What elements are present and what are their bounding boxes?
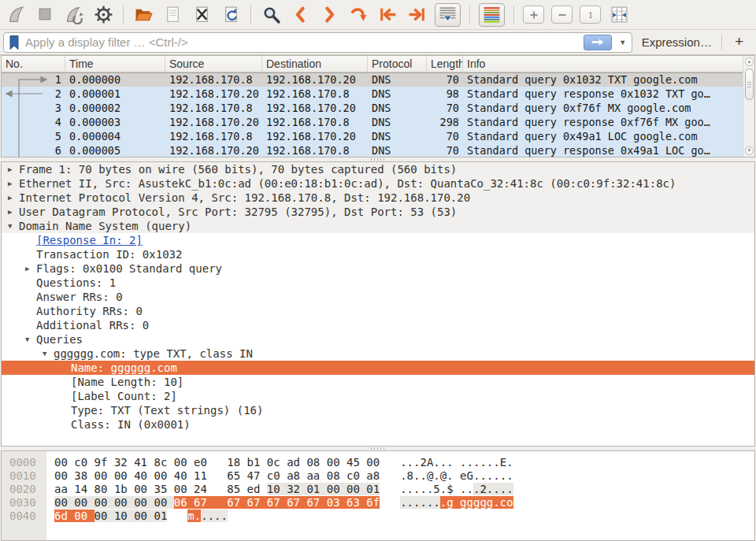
detail-row[interactable]: Class: IN (0x0001) xyxy=(2,417,754,432)
display-filter-input[interactable]: Apply a display filter … <Ctrl-/> ▼ xyxy=(3,32,632,53)
collapse-arrow-icon[interactable]: ▼ xyxy=(43,350,54,358)
splitter-grip-icon xyxy=(371,158,385,161)
expand-arrow-icon[interactable]: ▶ xyxy=(8,180,19,187)
packet-cell-destination: 192.168.170.8 xyxy=(262,144,368,157)
detail-row-text: User Datagram Protocol, Src Port: 32795 … xyxy=(19,206,457,218)
expand-arrow-icon[interactable]: ▶ xyxy=(8,165,19,173)
collapse-arrow-icon[interactable]: ▼ xyxy=(25,335,36,343)
detail-row[interactable]: Answer RRs: 0 xyxy=(2,290,754,304)
scroll-up-icon[interactable]: ▲ xyxy=(745,57,754,66)
filter-bookmark-icon[interactable] xyxy=(8,35,20,50)
packet-row-1[interactable]: 10.000000192.168.170.8192.168.170.20DNS7… xyxy=(2,72,754,87)
packet-cell-time: 0.000003 xyxy=(65,116,165,128)
expand-arrow-icon[interactable]: ▶ xyxy=(25,265,36,272)
goto-packet-button[interactable] xyxy=(347,4,369,26)
file-reload-button[interactable] xyxy=(220,4,242,26)
scroll-down-icon[interactable]: ▼ xyxy=(745,146,754,155)
expression-button[interactable]: Expression… xyxy=(639,35,715,49)
detail-row[interactable]: Name: gggggg.com xyxy=(2,361,754,375)
detail-row[interactable]: ▶Frame 1: 70 bytes on wire (560 bits), 7… xyxy=(2,162,754,176)
packet-cell-source: 192.168.170.20 xyxy=(165,144,262,157)
zoom-100-button[interactable]: 1 xyxy=(580,6,601,24)
packet-cell-time: 0.000004 xyxy=(65,130,165,143)
zoom-in-button[interactable] xyxy=(523,6,544,24)
packet-row-5[interactable]: 50.000004192.168.170.8192.168.170.20DNS7… xyxy=(2,129,754,143)
detail-row[interactable]: ▶Flags: 0x0100 Standard query xyxy=(2,261,754,276)
file-open-icon xyxy=(134,5,154,24)
capture-start-button[interactable] xyxy=(5,4,27,26)
detail-row[interactable]: ▼gggggg.com: type TXT, class IN xyxy=(2,346,754,361)
right-arrow-icon xyxy=(589,37,606,47)
packet-row-2[interactable]: 20.000001192.168.170.20192.168.170.8DNS9… xyxy=(2,87,754,101)
detail-row[interactable]: ▼Domain Name System (query) xyxy=(2,219,754,233)
find-packet-button[interactable] xyxy=(260,4,282,26)
detail-row[interactable]: ▶Ethernet II, Src: AsustekC_b1:0c:ad (00… xyxy=(2,176,754,191)
hex-row[interactable]: 000000 c0 9f 32 41 8c 00 e0 18 b1 0c ad … xyxy=(2,455,754,469)
packet-list-scrollbar[interactable]: ▲ ▼ xyxy=(743,56,754,157)
capture-start-icon xyxy=(6,5,26,24)
detail-row[interactable]: [Response In: 2] xyxy=(2,233,754,247)
first-packet-button[interactable] xyxy=(376,4,398,26)
auto-scroll-button[interactable] xyxy=(435,3,461,27)
packet-cell-no: 2 xyxy=(2,87,65,100)
packet-cell-source: 192.168.170.8 xyxy=(165,130,262,143)
file-close-button[interactable] xyxy=(191,4,213,26)
expand-arrow-icon[interactable]: ▶ xyxy=(8,194,19,202)
hex-row[interactable]: 003000 00 00 00 00 00 06 67 67 67 67 67 … xyxy=(2,495,754,509)
detail-row[interactable]: Transaction ID: 0x1032 xyxy=(2,247,754,261)
previous-packet-button[interactable] xyxy=(289,4,311,26)
detail-row[interactable]: Authority RRs: 0 xyxy=(2,304,754,318)
apply-filter-button[interactable] xyxy=(584,35,612,50)
next-packet-button[interactable] xyxy=(318,4,340,26)
hex-row[interactable]: 00406d 00 00 10 00 01m..... xyxy=(2,509,754,522)
expand-arrow-icon[interactable]: ▶ xyxy=(8,208,19,216)
scrollbar-thumb[interactable] xyxy=(745,69,754,100)
column-header-time[interactable]: Time xyxy=(65,56,165,72)
detail-row-text: Questions: 1 xyxy=(36,276,116,289)
packet-cell-protocol: DNS xyxy=(368,87,427,100)
zoom-out-button[interactable] xyxy=(551,6,573,24)
detail-row[interactable]: Additional RRs: 0 xyxy=(2,318,754,332)
packet-row-4[interactable]: 40.000003192.168.170.20192.168.170.8DNS2… xyxy=(2,115,754,129)
column-header-length[interactable]: Length xyxy=(427,56,463,72)
colorize-button[interactable] xyxy=(479,3,505,27)
toolbar-separator xyxy=(513,6,514,24)
detail-row[interactable]: [Label Count: 2] xyxy=(2,389,754,403)
filterbar-separator xyxy=(721,35,722,50)
hex-row[interactable]: 0020aa 14 80 1b 00 35 00 24 85 ed 10 32 … xyxy=(2,482,754,495)
capture-stop-icon xyxy=(35,5,55,24)
column-header-info[interactable]: Info xyxy=(463,56,754,72)
packet-cell-protocol: DNS xyxy=(368,116,427,128)
add-filter-button[interactable]: + xyxy=(728,33,750,52)
packet-cell-length: 98 xyxy=(427,87,463,100)
packet-cell-time: 0.000002 xyxy=(65,102,165,114)
column-header-destination[interactable]: Destination xyxy=(262,56,368,72)
capture-stop-button[interactable] xyxy=(34,4,56,26)
detail-row[interactable]: Questions: 1 xyxy=(2,276,754,290)
packet-cell-protocol: DNS xyxy=(368,73,427,86)
file-open-button[interactable] xyxy=(132,4,154,26)
packet-row-6[interactable]: 60.000005192.168.170.20192.168.170.8DNS7… xyxy=(2,143,754,157)
capture-restart-button[interactable] xyxy=(63,4,85,26)
detail-row[interactable]: ▼Queries xyxy=(2,332,754,346)
detail-row-text: Name: gggggg.com xyxy=(71,361,177,374)
detail-row[interactable]: Type: TXT (Text strings) (16) xyxy=(2,403,754,417)
filter-dropdown-button[interactable]: ▼ xyxy=(617,35,629,50)
packet-row-3[interactable]: 30.000002192.168.170.8192.168.170.20DNS7… xyxy=(2,101,754,115)
resize-columns-button[interactable] xyxy=(608,4,630,26)
packet-cell-destination: 192.168.170.8 xyxy=(262,116,368,128)
detail-row[interactable]: ▶User Datagram Protocol, Src Port: 32795… xyxy=(2,205,754,219)
column-header-no[interactable]: No. xyxy=(2,56,65,72)
column-header-source[interactable]: Source xyxy=(165,56,262,72)
packet-cell-source: 192.168.170.20 xyxy=(165,116,262,128)
last-packet-button[interactable] xyxy=(406,4,428,26)
detail-row[interactable]: [Name Length: 10] xyxy=(2,375,754,389)
detail-row-text: Class: IN (0x0001) xyxy=(71,418,191,431)
collapse-arrow-icon[interactable]: ▼ xyxy=(8,222,19,230)
file-save-button[interactable] xyxy=(161,4,183,26)
capture-options-button[interactable] xyxy=(92,4,114,26)
detail-row[interactable]: ▶Internet Protocol Version 4, Src: 192.1… xyxy=(2,191,754,205)
hex-row[interactable]: 001000 38 00 00 40 00 40 11 65 47 c0 a8 … xyxy=(2,469,754,482)
filter-placeholder: Apply a display filter … <Ctrl-/> xyxy=(25,35,579,49)
column-header-protocol[interactable]: Protocol xyxy=(368,56,427,72)
